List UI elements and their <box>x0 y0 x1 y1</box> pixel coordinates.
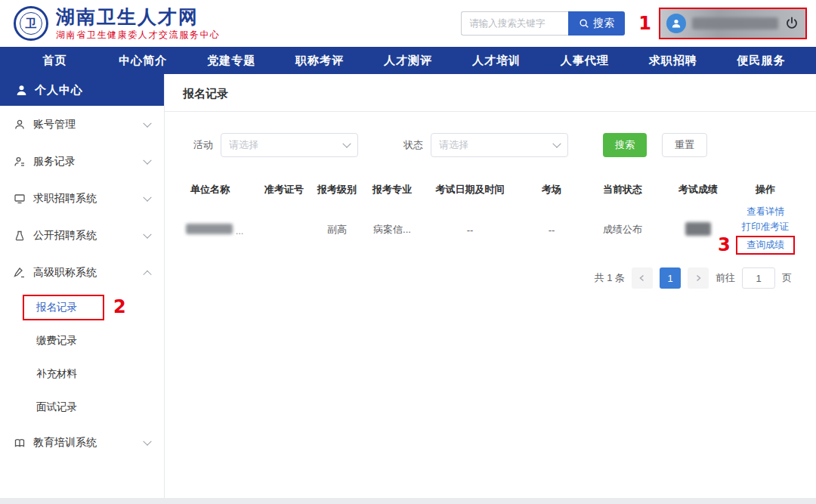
annotation-3: 3 <box>718 234 731 255</box>
sidebar-subitem-payment-records[interactable]: 缴费记录 <box>0 324 164 357</box>
education-icon <box>14 437 26 449</box>
records-table: 单位名称 准考证号 报考级别 报考专业 考试日期及时间 考场 当前状态 考试成绩… <box>165 177 816 257</box>
nav-item-talent-test[interactable]: 人才测评 <box>364 47 453 74</box>
sidebar-subitem-registration-records[interactable]: 报名记录 2 <box>0 291 164 324</box>
nav-item-title-eval[interactable]: 职称考评 <box>276 47 364 74</box>
sidebar-title: 个人中心 <box>0 74 164 106</box>
cell-exam-datetime: -- <box>422 224 518 236</box>
sidebar-subitem-supplementary-materials[interactable]: 补充材料 <box>0 357 164 391</box>
chevron-down-icon <box>144 119 150 131</box>
pagination-total: 共 1 条 <box>595 271 625 285</box>
chevron-up-icon <box>144 267 150 279</box>
sidebar-item-job-search-system[interactable]: 求职招聘系统 <box>0 180 164 217</box>
page: 卫 湖南卫生人才网 湖南省卫生健康委人才交流服务中心 搜索 1 <box>0 0 816 498</box>
status-filter-label: 状态 <box>403 138 423 152</box>
account-icon <box>14 119 26 131</box>
prev-page-button[interactable] <box>632 267 653 289</box>
cell-status: 成绩公布 <box>585 223 660 237</box>
col-major: 报考专业 <box>363 183 422 196</box>
activity-select[interactable]: 请选择 <box>221 133 358 157</box>
sidebar-item-senior-title-system[interactable]: 高级职称系统 <box>0 254 164 291</box>
nav-item-home[interactable]: 首页 <box>11 47 99 74</box>
personal-center-icon <box>15 84 28 97</box>
page-1-button[interactable]: 1 <box>660 267 681 289</box>
senior-title-icon <box>14 267 26 279</box>
main-content: 报名记录 活动 请选择 状态 请选择 搜索 重置 单位名称 <box>165 74 816 498</box>
search-icon <box>579 18 589 29</box>
sidebar-item-education-system[interactable]: 教育培训系统 <box>0 424 164 461</box>
col-exam-datetime: 考试日期及时间 <box>422 183 518 196</box>
activity-filter-label: 活动 <box>193 138 213 152</box>
logout-power-icon[interactable] <box>784 16 799 31</box>
redacted-username <box>692 17 778 29</box>
goto-label: 前往 <box>716 271 735 285</box>
col-actions: 操作 <box>736 183 795 196</box>
query-score-link[interactable]: 查询成绩 <box>746 240 784 250</box>
annotation-box-3: 查询成绩 3 <box>736 236 795 255</box>
nav-item-job-recruit[interactable]: 求职招聘 <box>629 47 717 74</box>
chevron-down-icon <box>554 138 560 152</box>
annotation-2: 2 <box>113 296 126 317</box>
redacted-score <box>685 222 711 236</box>
cell-unit-name: ... <box>181 224 257 237</box>
header-search: 搜索 <box>461 11 625 36</box>
next-page-button[interactable] <box>688 267 709 289</box>
chevron-down-icon <box>144 437 150 449</box>
public-recruit-icon <box>14 230 26 242</box>
brand: 湖南卫生人才网 湖南省卫生健康委人才交流服务中心 <box>56 6 221 42</box>
cell-level: 副高 <box>311 223 363 237</box>
nav-item-party[interactable]: 党建专题 <box>187 47 276 74</box>
page-title: 报名记录 <box>165 74 816 112</box>
search-button[interactable]: 搜索 <box>568 11 625 36</box>
user-account-area[interactable] <box>659 8 807 39</box>
main-nav: 首页 中心简介 党建专题 职称考评 人才测评 人才培训 人事代理 求职招聘 便民… <box>0 47 816 74</box>
chevron-down-icon <box>144 193 150 205</box>
filter-search-button[interactable]: 搜索 <box>603 133 647 157</box>
status-select[interactable]: 请选择 <box>431 133 568 157</box>
sidebar: 个人中心 账号管理 服务记录 求职招聘系统 <box>0 74 165 498</box>
sidebar-item-service-records[interactable]: 服务记录 <box>0 143 164 180</box>
print-admission-ticket-link[interactable]: 打印准考证 <box>742 221 790 233</box>
site-title: 湖南卫生人才网 <box>56 6 221 27</box>
nav-item-hr-agency[interactable]: 人事代理 <box>540 47 629 74</box>
cell-actions: 查看详情 打印准考证 查询成绩 3 <box>736 206 795 255</box>
col-level: 报考级别 <box>311 183 363 196</box>
cell-major: 病案信... <box>363 223 422 237</box>
col-score: 考试成绩 <box>660 183 736 196</box>
nav-item-center-intro[interactable]: 中心简介 <box>99 47 187 74</box>
chevron-down-icon <box>344 138 350 152</box>
job-search-icon <box>14 193 26 205</box>
filter-reset-button[interactable]: 重置 <box>662 133 707 157</box>
pagination: 共 1 条 1 前往 页 <box>165 267 816 289</box>
site-subtitle: 湖南省卫生健康委人才交流服务中心 <box>56 29 221 42</box>
service-record-icon <box>14 156 26 168</box>
user-avatar-icon <box>666 14 686 33</box>
redacted-unit-name <box>186 224 233 234</box>
chevron-down-icon <box>144 230 150 242</box>
content-layout: 个人中心 账号管理 服务记录 求职招聘系统 <box>0 74 816 498</box>
nav-item-training[interactable]: 人才培训 <box>452 47 540 74</box>
search-input[interactable] <box>461 11 568 36</box>
sidebar-item-public-recruit-system[interactable]: 公开招聘系统 <box>0 217 164 254</box>
col-status: 当前状态 <box>585 183 660 196</box>
col-unit-name: 单位名称 <box>181 183 257 196</box>
chevron-down-icon <box>144 156 150 168</box>
col-exam-room: 考场 <box>518 183 585 196</box>
cell-exam-room: -- <box>518 224 585 236</box>
sidebar-subitem-interview-records[interactable]: 面试记录 <box>0 391 164 424</box>
nav-item-public-service[interactable]: 便民服务 <box>717 47 805 74</box>
col-admission-no: 准考证号 <box>257 183 311 196</box>
annotation-box-2 <box>23 295 104 320</box>
goto-page-input[interactable] <box>742 267 775 289</box>
table-row: ... 副高 病案信... -- -- 成绩公布 查看详情 打印准考证 <box>165 203 816 257</box>
filter-bar: 活动 请选择 状态 请选择 搜索 重置 <box>193 133 816 157</box>
site-header: 卫 湖南卫生人才网 湖南省卫生健康委人才交流服务中心 搜索 1 <box>0 0 816 47</box>
view-details-link[interactable]: 查看详情 <box>746 206 784 218</box>
sidebar-item-account[interactable]: 账号管理 <box>0 106 164 143</box>
page-unit-label: 页 <box>782 271 792 285</box>
site-logo-icon: 卫 <box>14 6 48 41</box>
table-header-row: 单位名称 准考证号 报考级别 报考专业 考试日期及时间 考场 当前状态 考试成绩… <box>165 177 816 203</box>
annotation-1: 1 <box>638 13 651 34</box>
